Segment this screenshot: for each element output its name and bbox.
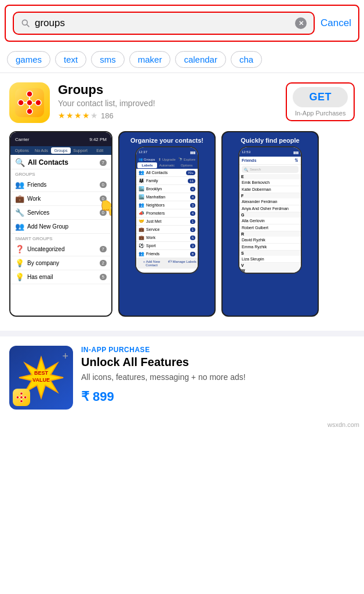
- ss3-liza-label: Liza Skrupin: [242, 257, 299, 261]
- suggestion-chip-sms[interactable]: sms: [91, 51, 125, 68]
- ss3-emik: Emik Berkovich: [239, 179, 301, 186]
- ss2-content: Organize your contacts! 12:37 ▮▮▮ 👥 Grou…: [119, 132, 214, 316]
- app-info: Groups Your contact list, improved! ★ ★ …: [58, 82, 278, 120]
- ss2-work-count: 5: [190, 236, 195, 240]
- ss1-uncategorized-row: ❓ Uncategorized 7: [10, 242, 111, 256]
- ss3-sort-icon: ⇅: [294, 158, 299, 163]
- ss2-friends-count: 8: [190, 252, 195, 256]
- iap-small-app-icon: [13, 389, 30, 406]
- clear-search-button[interactable]: [295, 17, 307, 29]
- ss1-work-icon: 💼: [15, 194, 24, 203]
- cancel-button[interactable]: Cancel: [321, 17, 351, 29]
- ss3-content: Quickly find people 12:53 ▮▮▮ Friends ⇅: [223, 132, 318, 316]
- ss1-allcontacts-count: 7: [100, 160, 107, 166]
- ss3-alexander-label: Alexander Ferdman: [242, 200, 299, 204]
- ss2-promoters-icon: 📣: [139, 211, 144, 216]
- ss1-friends-row: 👥 Friends 0: [10, 178, 111, 192]
- svg-point-15: [20, 396, 23, 399]
- ss1-services-row: 🔧 Services 0: [10, 206, 111, 220]
- ss3-alla: Alla Gerlovin: [239, 218, 301, 224]
- ss1-hasemail-icon: 💡: [15, 273, 24, 281]
- hand-pointer-icon: 👇: [97, 197, 112, 218]
- ss2-brooklyn: 🏙️ Brooklyn 4: [136, 185, 198, 193]
- ss2-service-icon: 💼: [139, 227, 144, 232]
- ss2-allcontacts-icon: 👥: [139, 170, 144, 175]
- ss3-emik-label: Emik Berkovich: [242, 180, 299, 184]
- search-icon: [21, 19, 30, 28]
- suggestion-chip-games[interactable]: games: [7, 51, 50, 68]
- ss3-robert: Robert Gulbert: [239, 224, 301, 231]
- suggestion-chip-maker[interactable]: maker: [129, 51, 171, 68]
- star-2: ★: [66, 111, 74, 120]
- ss1-allcontacts-row: 🔍 All Contacts 7: [10, 155, 111, 169]
- ss2-service: 💼 Service 1: [136, 226, 198, 234]
- ss3-label: Quickly find people: [223, 132, 318, 146]
- ss2-bottom-btns: + Add New Contact 🏷 Manage Labels: [136, 258, 198, 269]
- suggestion-chip-calendar[interactable]: calendar: [175, 51, 226, 68]
- ss2-neighbors: 👥 Neighbors 3: [136, 201, 198, 209]
- ss3-letter-v: V: [239, 263, 301, 268]
- app-name: Groups: [58, 82, 278, 97]
- ss3-phone: 12:53 ▮▮▮ Friends ⇅ 🔍 Search: [238, 146, 302, 274]
- ss1-bycompany-label: By company: [27, 260, 97, 266]
- svg-point-16: [20, 392, 23, 394]
- ss2-manhattan-label: Manhattan: [146, 195, 188, 199]
- ss2-friends-icon: 👥: [139, 251, 144, 256]
- ss1-addgroup-label: Add New Group: [27, 223, 107, 230]
- ss1-groups-header: GROUPS: [10, 169, 111, 178]
- ss3-contacts-list: E Emik Berkovich Katie Doberman F Alexan…: [239, 174, 301, 274]
- ss1-bycompany-row: 💡 By company 2: [10, 256, 111, 270]
- ss1-tab-noads: No Ads: [32, 147, 52, 154]
- ss2-neighbors-label: Neighbors: [146, 203, 188, 207]
- screenshots-row: Carrier 9:42 PM Options No Ads Groups Su…: [9, 131, 355, 324]
- ss3-letter-r: R: [239, 231, 301, 237]
- ss3-alla-label: Alla Gerlovin: [242, 219, 299, 223]
- iap-title: Unlock All Features: [81, 356, 355, 369]
- star-1: ★: [58, 111, 65, 120]
- ss3-david-label: David Ryzhik: [242, 238, 299, 242]
- ss3-emma: Emma Ryzhik: [239, 244, 301, 251]
- ss3-katie-label: Katie Doberman: [242, 187, 299, 191]
- ss1-tab-edit: Edit: [90, 147, 110, 154]
- groups-icon-svg: [15, 88, 44, 117]
- iap-groups-icon: [15, 391, 28, 404]
- ss2-service-count: 1: [190, 227, 195, 232]
- rating-count: 186: [101, 111, 114, 120]
- ss2-phone: 12:37 ▮▮▮ 👥 Groups ⬆ Upgrade 🔭 Explore L…: [135, 146, 199, 274]
- ss3-letter-e: E: [239, 174, 301, 179]
- suggestion-chip-text[interactable]: text: [55, 51, 86, 68]
- get-button[interactable]: GET: [293, 87, 348, 107]
- ss2-justmet-count: 1: [190, 219, 195, 224]
- iap-plus-icon: +: [62, 350, 68, 363]
- section-separator: [0, 331, 364, 336]
- ss3-letter-g: G: [239, 212, 301, 218]
- ss2-topbar: 12:37 ▮▮▮: [136, 147, 198, 157]
- ss2-justmet-icon: 🤝: [139, 219, 144, 224]
- ss2-friends-label: Friends: [146, 252, 188, 256]
- ss1-friends-icon: 👥: [15, 180, 24, 189]
- ss2-family-label: Family: [146, 179, 186, 183]
- ss2-family-icon: 👨‍👩‍👧: [139, 178, 144, 183]
- iap-info: IN-APP PURCHASE Unlock All Features All …: [81, 346, 355, 404]
- ss2-manhattan: 🏙️ Manhattan 4: [136, 193, 198, 201]
- ss2-tabs: Labels Automatic Options: [136, 162, 198, 169]
- in-app-purchases-label: In-App Purchases: [295, 110, 345, 117]
- ss2-addcontact-btn: + Add New Contact: [137, 260, 166, 267]
- search-input[interactable]: groups: [35, 17, 290, 29]
- ss1-bycompany-icon: 💡: [15, 259, 24, 267]
- ss2-sport-icon: ⚽: [139, 243, 144, 248]
- ss2-work-icon: 💼: [139, 235, 144, 240]
- ss1-services-label: Services: [27, 209, 97, 216]
- app-header: Groups Your contact list, improved! ★ ★ …: [9, 82, 355, 123]
- ss2-brooklyn-icon: 🏙️: [139, 186, 144, 191]
- ss2-promoters-count: 4: [190, 211, 195, 216]
- ss1-bycompany-count: 2: [100, 260, 107, 266]
- ss3-signal: ▮▮▮: [293, 150, 299, 154]
- ss2-friends: 👥 Friends 8: [136, 250, 198, 258]
- ss1-tab-bar: Options No Ads Groups Support Edit: [10, 146, 111, 155]
- ss2-sport-label: Sport: [146, 244, 188, 248]
- ss3-robert-label: Robert Gulbert: [242, 226, 299, 230]
- ss3-group-header: Friends ⇅: [239, 157, 301, 165]
- iap-image: BEST VALUE +: [9, 346, 73, 410]
- suggestion-chip-cha[interactable]: cha: [231, 51, 262, 68]
